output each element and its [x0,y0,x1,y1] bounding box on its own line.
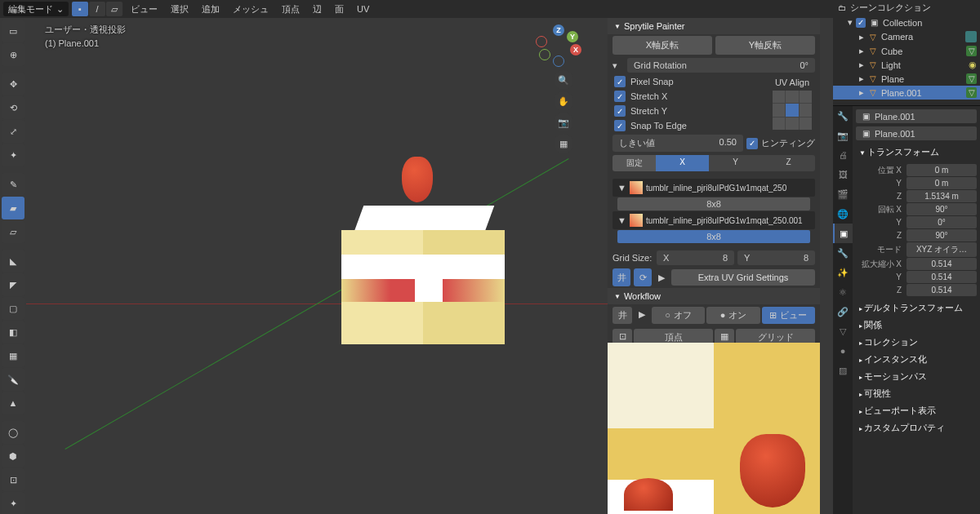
polybuild-tool[interactable]: ▲ [2,392,24,414]
menu-edge[interactable]: 辺 [308,2,327,16]
stretch-y-checkbox[interactable]: ✓ [614,105,626,117]
uv-align-grid[interactable] [773,91,812,130]
axis-z-button[interactable]: Z [762,155,815,171]
sprytile-painter-head[interactable]: Sprytile Painter [608,18,820,34]
extra-uv-button[interactable]: Extra UV Grid Settings [671,269,815,286]
props-tab-texture[interactable]: ▨ [833,361,853,380]
menu-select[interactable]: 選択 [166,2,194,16]
menu-face[interactable]: 面 [330,2,349,16]
add-cube-tool[interactable]: ▱ [2,220,24,243]
collection-row[interactable]: ▾ ✓ ▣ Collection [833,16,980,29]
tileset-grid[interactable] [608,343,820,514]
scale-z-field[interactable]: 0.514 [906,284,977,296]
face-mode-icon[interactable]: ▱ [106,2,122,16]
menu-add[interactable]: 追加 [197,2,225,16]
props-tab-scene[interactable]: 🎬 [833,184,853,204]
mesh-data-icon[interactable]: ▽ [966,46,977,56]
lock-label[interactable]: 固定 [612,155,656,171]
off-button[interactable]: ○オフ [652,307,705,324]
viewport-3d[interactable] [26,18,608,514]
x-flip-button[interactable]: X軸反転 [612,36,712,55]
outliner-item-plane[interactable]: ▸▽Plane▽ [833,72,980,86]
outliner-item-camera[interactable]: ▸▽Camera [833,29,980,44]
expand-icon[interactable]: ▸ [859,32,864,42]
camera-data-icon[interactable] [965,31,977,42]
snap-edge-checkbox[interactable]: ✓ [614,120,626,131]
delta-transform-head[interactable]: デルタトランスフォーム [856,299,977,317]
pos-z-field[interactable]: 1.5134 m [906,190,977,202]
grid-size-y[interactable]: Y8 [737,250,815,265]
expand-icon[interactable]: ▾ [848,17,853,28]
persp-icon[interactable]: ▦ [554,134,573,153]
grid-icon-2[interactable]: 井 [612,307,632,324]
texture-grid-0[interactable]: 8x8 [617,197,810,210]
grid-rotation-slider[interactable]: Grid Rotation 0° [627,58,815,73]
expand-icon[interactable]: ▸ [859,46,864,56]
inset-tool[interactable]: ▢ [2,297,24,320]
instancing-head[interactable]: インスタンス化 [856,351,977,368]
rot-y-field[interactable]: 0° [906,216,977,228]
knife-tool[interactable]: 🔪 [2,368,24,391]
smooth-tool[interactable]: ⬢ [2,445,24,467]
y-flip-button[interactable]: Y軸反転 [715,36,815,55]
shrink-tool[interactable]: ⊡ [2,468,24,491]
move-tool[interactable]: ✥ [2,73,24,95]
props-tab-constraints[interactable]: 🔗 [833,302,853,321]
props-tab-render[interactable]: 📷 [833,126,853,145]
pos-x-field[interactable]: 0 m [906,164,977,176]
cursor-tool[interactable]: ⊕ [2,43,24,66]
edge-mode-icon[interactable]: / [89,2,105,16]
menu-uv[interactable]: UV [352,2,374,16]
menu-vertex[interactable]: 頂点 [277,2,305,16]
outliner-header[interactable]: 🗀 シーンコレクション [833,0,980,16]
props-tab-object[interactable]: ▣ [833,224,853,243]
outliner-item-cube[interactable]: ▸▽Cube▽ [833,44,980,58]
expand-icon[interactable]: ▸ [859,73,864,84]
view-button[interactable]: ⊞ビュー [762,307,815,324]
visibility-head[interactable]: 可視性 [856,385,977,402]
menu-mesh[interactable]: メッシュ [228,2,274,16]
play-icon-2[interactable]: ▶ [634,307,650,324]
pos-y-field[interactable]: 0 m [906,177,977,189]
props-tab-view[interactable]: 🖼 [833,165,853,184]
expand-icon[interactable]: ▸ [859,60,864,70]
axis-y-button[interactable]: Y [709,155,762,171]
annotate-tool[interactable]: ✎ [2,173,24,196]
motionpath-head[interactable]: モーションパス [856,368,977,385]
outliner-item-plane001[interactable]: ▸▽Plane.001▽ [833,86,980,100]
grid-size-x[interactable]: X8 [657,250,734,265]
props-breadcrumb-1[interactable]: ▣Plane.001 [856,109,977,123]
select-box-tool[interactable]: ▭ [2,20,24,42]
link-icon[interactable]: ⟳ [634,268,652,286]
scale-y-field[interactable]: 0.514 [906,271,977,283]
grid-icon[interactable]: 井 [612,268,630,286]
pixel-snap-checkbox[interactable]: ✓ [614,76,626,87]
workflow-head[interactable]: Workflow [608,288,820,304]
extrude-tool[interactable]: ◣ [2,250,24,273]
play-icon[interactable]: ▶ [655,273,668,283]
expand-icon[interactable]: ▸ [859,87,864,98]
spin-tool[interactable]: ◯ [2,421,24,444]
props-tab-world[interactable]: 🌐 [833,204,853,224]
props-breadcrumb-2[interactable]: ▣Plane.001 [856,126,977,140]
scale-tool[interactable]: ⤢ [2,120,24,143]
axis-neg-y[interactable] [539,49,550,60]
props-tab-tool[interactable]: 🔧 [833,106,853,126]
texture-grid-1[interactable]: 8x8 [617,230,810,243]
collapse-icon[interactable]: ▾ [612,60,624,71]
extrude-normals-tool[interactable]: ◤ [2,273,24,296]
props-tab-modifiers[interactable]: 🔧 [833,243,853,263]
axis-y-icon[interactable]: Y [567,31,578,42]
outliner-item-light[interactable]: ▸▽Light◉ [833,58,980,72]
axis-x-icon[interactable]: X [570,44,581,55]
axis-neg-x[interactable] [536,36,547,47]
transform-tool[interactable]: ✦ [2,144,24,166]
nav-gizmo[interactable]: Z Y X [537,24,580,67]
axis-lock-segment[interactable]: 固定 X Y Z [612,155,815,171]
transform-section-head[interactable]: トランスフォーム [856,144,977,161]
viewport-display-head[interactable]: ビューポート表示 [856,402,977,419]
camera-icon[interactable]: 📷 [554,113,573,132]
bevel-tool[interactable]: ◧ [2,321,24,343]
mode-field[interactable]: XYZ オイラ… [906,242,977,257]
shear-tool[interactable]: ✦ [2,492,24,514]
